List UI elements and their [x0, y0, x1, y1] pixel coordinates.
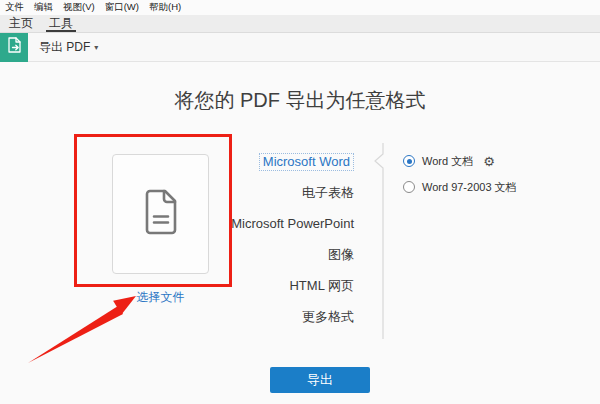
menu-view[interactable]: 视图(V) — [63, 1, 95, 14]
word-options-group: Word 文档 ⚙ Word 97-2003 文档 — [403, 153, 517, 205]
ribbon-tabs: 主页 工具 — [0, 15, 600, 33]
menu-help[interactable]: 帮助(H) — [149, 1, 181, 14]
chevron-down-icon: ▾ — [94, 43, 98, 52]
format-list: Microsoft Word 电子表格 Microsoft PowerPoint… — [228, 152, 354, 338]
export-pdf-window: 文件 编辑 视图(V) 窗口(W) 帮助(H) 主页 工具 导出 PDF ▾ 将… — [0, 0, 600, 404]
export-pdf-icon — [5, 36, 23, 58]
menu-file[interactable]: 文件 — [5, 1, 24, 14]
toolbar: 导出 PDF ▾ — [0, 33, 600, 62]
menu-edit[interactable]: 编辑 — [34, 1, 53, 14]
export-pdf-dropdown[interactable]: 导出 PDF ▾ — [39, 39, 98, 56]
format-divider — [372, 142, 388, 340]
menu-window[interactable]: 窗口(W) — [105, 1, 139, 14]
file-icon — [142, 189, 180, 239]
page-title: 将您的 PDF 导出为任意格式 — [0, 87, 600, 114]
radio-unselected-icon[interactable] — [403, 181, 415, 193]
gear-icon[interactable]: ⚙ — [483, 155, 495, 168]
choose-file-link[interactable]: 选择文件 — [112, 289, 209, 306]
format-item-image[interactable]: 图像 — [228, 245, 354, 265]
export-button[interactable]: 导出 — [270, 367, 370, 393]
radio-word-97-2003[interactable]: Word 97-2003 文档 — [403, 179, 517, 195]
file-drop-zone[interactable] — [112, 154, 209, 274]
format-item-html[interactable]: HTML 网页 — [228, 276, 354, 296]
format-item-spreadsheet[interactable]: 电子表格 — [228, 183, 354, 203]
radio-word-doc[interactable]: Word 文档 ⚙ — [403, 153, 517, 169]
format-item-word[interactable]: Microsoft Word — [228, 152, 354, 172]
export-pdf-tool-button[interactable] — [0, 33, 28, 62]
menubar: 文件 编辑 视图(V) 窗口(W) 帮助(H) — [0, 0, 600, 15]
format-item-powerpoint[interactable]: Microsoft PowerPoint — [228, 214, 354, 234]
tab-tools[interactable]: 工具 — [49, 15, 73, 32]
tab-home[interactable]: 主页 — [9, 15, 33, 32]
format-item-more[interactable]: 更多格式 — [228, 307, 354, 327]
radio-selected-icon[interactable] — [403, 155, 415, 167]
